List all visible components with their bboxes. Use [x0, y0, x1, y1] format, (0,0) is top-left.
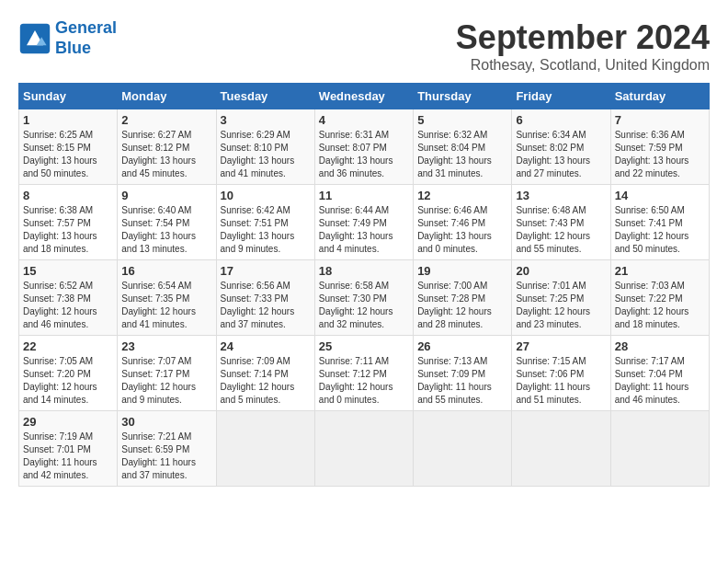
daylight-label: Daylight: 12 hours and 18 minutes. [615, 306, 689, 329]
calendar-cell: 15 Sunrise: 6:52 AM Sunset: 7:38 PM Dayl… [19, 260, 118, 336]
day-number: 9 [121, 189, 211, 202]
calendar-cell: 9 Sunrise: 6:40 AM Sunset: 7:54 PM Dayli… [118, 185, 216, 260]
sunrise-label: Sunrise: 6:58 AM [319, 281, 389, 291]
day-number: 29 [23, 415, 113, 429]
calendar-cell: 4 Sunrise: 6:31 AM Sunset: 8:07 PM Dayli… [314, 109, 413, 185]
sunrise-label: Sunrise: 6:25 AM [23, 130, 93, 140]
daylight-label: Daylight: 12 hours and 5 minutes. [221, 382, 295, 405]
calendar-cell: 28 Sunrise: 7:17 AM Sunset: 7:04 PM Dayl… [610, 336, 709, 411]
day-info: Sunrise: 7:05 AM Sunset: 7:20 PM Dayligh… [23, 355, 113, 407]
sunrise-label: Sunrise: 7:03 AM [615, 281, 685, 291]
sunrise-label: Sunrise: 6:52 AM [23, 281, 93, 291]
day-info: Sunrise: 7:15 AM Sunset: 7:06 PM Dayligh… [516, 355, 606, 407]
day-info: Sunrise: 7:11 AM Sunset: 7:12 PM Dayligh… [319, 355, 409, 407]
header-saturday: Saturday [610, 84, 709, 109]
daylight-label: Daylight: 12 hours and 0 minutes. [319, 382, 393, 405]
calendar-cell [314, 411, 413, 487]
sunset-label: Sunset: 7:17 PM [121, 369, 189, 379]
daylight-label: Daylight: 13 hours and 18 minutes. [23, 231, 97, 254]
calendar-cell: 6 Sunrise: 6:34 AM Sunset: 8:02 PM Dayli… [512, 109, 610, 185]
daylight-label: Daylight: 13 hours and 45 minutes. [121, 155, 196, 178]
day-info: Sunrise: 6:38 AM Sunset: 7:57 PM Dayligh… [23, 204, 113, 256]
sunset-label: Sunset: 7:59 PM [615, 143, 683, 153]
calendar-row: 15 Sunrise: 6:52 AM Sunset: 7:38 PM Dayl… [19, 260, 710, 336]
sunrise-label: Sunrise: 6:36 AM [615, 130, 685, 140]
sunrise-label: Sunrise: 7:05 AM [23, 356, 93, 366]
sunrise-label: Sunrise: 6:34 AM [516, 130, 586, 140]
day-info: Sunrise: 6:34 AM Sunset: 8:02 PM Dayligh… [516, 129, 606, 180]
daylight-label: Daylight: 12 hours and 37 minutes. [221, 306, 295, 329]
calendar-cell: 25 Sunrise: 7:11 AM Sunset: 7:12 PM Dayl… [314, 336, 413, 411]
logo-line2: Blue [55, 39, 91, 57]
day-number: 8 [23, 189, 113, 202]
sunrise-label: Sunrise: 6:42 AM [221, 205, 290, 215]
sunset-label: Sunset: 7:25 PM [516, 293, 584, 304]
calendar-cell: 27 Sunrise: 7:15 AM Sunset: 7:06 PM Dayl… [512, 336, 610, 411]
sunset-label: Sunset: 8:12 PM [121, 143, 189, 153]
sunset-label: Sunset: 7:14 PM [221, 369, 289, 379]
header-monday: Monday [118, 84, 216, 109]
calendar-cell: 22 Sunrise: 7:05 AM Sunset: 7:20 PM Dayl… [19, 336, 118, 411]
sunset-label: Sunset: 7:54 PM [121, 218, 189, 228]
sunset-label: Sunset: 7:46 PM [417, 218, 485, 228]
sunset-label: Sunset: 7:28 PM [417, 293, 485, 304]
sunrise-label: Sunrise: 6:44 AM [319, 205, 389, 215]
sunset-label: Sunset: 7:04 PM [615, 369, 683, 379]
calendar-cell: 30 Sunrise: 7:21 AM Sunset: 6:59 PM Dayl… [118, 411, 216, 487]
calendar-cell: 8 Sunrise: 6:38 AM Sunset: 7:57 PM Dayli… [19, 185, 118, 260]
day-info: Sunrise: 6:31 AM Sunset: 8:07 PM Dayligh… [319, 129, 409, 180]
sunset-label: Sunset: 7:41 PM [615, 218, 683, 228]
calendar-cell: 29 Sunrise: 7:19 AM Sunset: 7:01 PM Dayl… [19, 411, 118, 487]
daylight-label: Daylight: 13 hours and 13 minutes. [121, 231, 196, 254]
day-info: Sunrise: 6:50 AM Sunset: 7:41 PM Dayligh… [615, 204, 705, 256]
daylight-label: Daylight: 13 hours and 9 minutes. [221, 231, 295, 254]
sunset-label: Sunset: 7:22 PM [615, 293, 683, 304]
sunrise-label: Sunrise: 7:00 AM [417, 281, 487, 291]
sunrise-label: Sunrise: 7:15 AM [516, 356, 586, 366]
sunset-label: Sunset: 7:30 PM [319, 293, 387, 304]
sunset-label: Sunset: 8:15 PM [23, 143, 91, 153]
sunset-label: Sunset: 7:12 PM [319, 369, 387, 379]
day-number: 1 [23, 113, 113, 127]
sunset-label: Sunset: 7:09 PM [417, 369, 485, 379]
daylight-label: Daylight: 13 hours and 0 minutes. [417, 231, 492, 254]
calendar-cell: 10 Sunrise: 6:42 AM Sunset: 7:51 PM Dayl… [216, 185, 314, 260]
day-info: Sunrise: 6:48 AM Sunset: 7:43 PM Dayligh… [516, 204, 606, 256]
day-number: 11 [319, 189, 409, 202]
header-friday: Friday [512, 84, 610, 109]
logo: General Blue [18, 18, 117, 58]
sunset-label: Sunset: 7:01 PM [23, 444, 91, 454]
day-info: Sunrise: 6:44 AM Sunset: 7:49 PM Dayligh… [319, 204, 409, 256]
day-number: 4 [319, 113, 409, 127]
sunrise-label: Sunrise: 6:40 AM [121, 205, 191, 215]
daylight-label: Daylight: 13 hours and 31 minutes. [417, 155, 492, 178]
daylight-label: Daylight: 12 hours and 41 minutes. [121, 306, 196, 329]
daylight-label: Daylight: 13 hours and 41 minutes. [221, 155, 295, 178]
daylight-label: Daylight: 12 hours and 32 minutes. [319, 306, 393, 329]
day-info: Sunrise: 7:07 AM Sunset: 7:17 PM Dayligh… [121, 355, 211, 407]
sunrise-label: Sunrise: 7:21 AM [121, 431, 191, 442]
day-info: Sunrise: 7:17 AM Sunset: 7:04 PM Dayligh… [615, 355, 705, 407]
daylight-label: Daylight: 11 hours and 51 minutes. [516, 382, 590, 405]
day-number: 3 [221, 113, 311, 127]
day-number: 28 [615, 339, 705, 353]
day-number: 2 [121, 113, 211, 127]
day-info: Sunrise: 7:01 AM Sunset: 7:25 PM Dayligh… [516, 280, 606, 331]
day-info: Sunrise: 7:00 AM Sunset: 7:28 PM Dayligh… [417, 280, 507, 331]
day-number: 13 [516, 189, 606, 202]
day-info: Sunrise: 6:52 AM Sunset: 7:38 PM Dayligh… [23, 280, 113, 331]
daylight-label: Daylight: 12 hours and 23 minutes. [516, 306, 590, 329]
calendar-cell: 13 Sunrise: 6:48 AM Sunset: 7:43 PM Dayl… [512, 185, 610, 260]
day-info: Sunrise: 7:19 AM Sunset: 7:01 PM Dayligh… [23, 431, 113, 482]
sunset-label: Sunset: 6:59 PM [121, 444, 189, 454]
sunrise-label: Sunrise: 7:07 AM [121, 356, 191, 366]
calendar-cell: 17 Sunrise: 6:56 AM Sunset: 7:33 PM Dayl… [216, 260, 314, 336]
day-number: 17 [221, 264, 311, 278]
daylight-label: Daylight: 13 hours and 4 minutes. [319, 231, 393, 254]
page-header: General Blue September 2024 Rothesay, Sc… [18, 18, 710, 74]
day-number: 14 [615, 189, 705, 202]
daylight-label: Daylight: 12 hours and 28 minutes. [417, 306, 492, 329]
daylight-label: Daylight: 12 hours and 50 minutes. [615, 231, 689, 254]
calendar-cell: 23 Sunrise: 7:07 AM Sunset: 7:17 PM Dayl… [118, 336, 216, 411]
day-number: 27 [516, 339, 606, 353]
